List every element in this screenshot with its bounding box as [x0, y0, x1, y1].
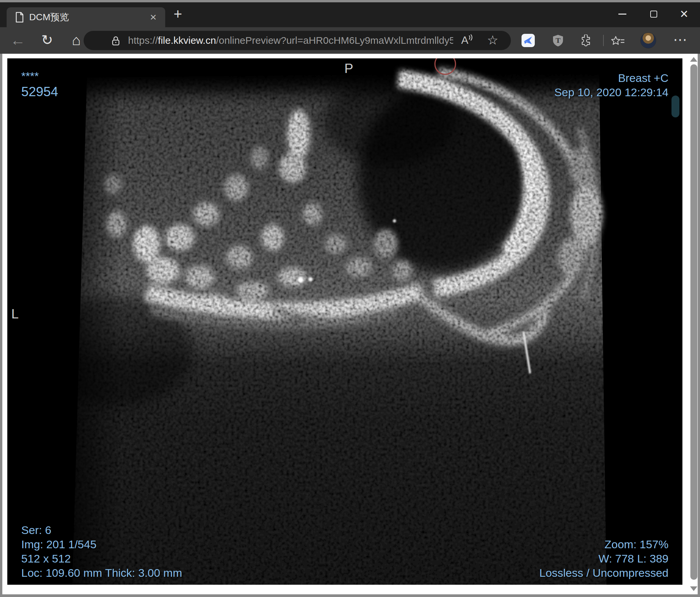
kkview-extension-icon[interactable]	[522, 34, 535, 47]
slice-location: Loc: 109.60 mm Thick: 3.00 mm	[21, 566, 182, 580]
address-bar[interactable]: https://file.kkview.cn/onlinePreview?url…	[83, 31, 511, 50]
url-host: file.kkview.cn	[158, 35, 216, 46]
browser-toolbar: ← ↻ ⌂ https://file.kkview.cn/onlinePrevi…	[0, 27, 700, 54]
patient-id: 52954	[21, 83, 58, 100]
back-button[interactable]: ←	[8, 27, 28, 54]
image-number: Img: 201 1/545	[21, 537, 182, 551]
titlebar: DCM预览 × + ×	[0, 2, 700, 27]
refresh-button[interactable]: ↻	[37, 27, 57, 54]
overlay-display-info: Zoom: 157% W: 778 L: 389 Lossless / Unco…	[540, 537, 669, 580]
zoom-level: Zoom: 157%	[540, 537, 669, 551]
minimize-icon	[618, 14, 626, 15]
shield-letter: T	[556, 36, 561, 45]
collections-icon[interactable]	[610, 34, 625, 47]
series-number: Ser: 6	[21, 523, 182, 537]
window-maximize-button[interactable]	[643, 2, 664, 26]
url-text[interactable]: https://file.kkview.cn/onlinePreview?url…	[128, 31, 453, 50]
profile-avatar[interactable]	[640, 32, 656, 48]
viewer-scroll-pill[interactable]	[672, 96, 679, 118]
url-path: /onlinePreview?url=aHR0cHM6Ly9maWxlLmtrd…	[216, 35, 453, 46]
document-icon	[15, 12, 24, 23]
browser-tab[interactable]: DCM预览 ×	[7, 7, 165, 27]
overlay-study-info: Breast +C Sep 10, 2020 12:29:14	[554, 71, 669, 100]
favorite-star-icon[interactable]: ☆	[484, 31, 501, 50]
study-datetime: Sep 10, 2020 12:29:14	[554, 85, 669, 100]
orientation-marker-left: L	[11, 307, 19, 321]
lock-icon[interactable]	[111, 36, 120, 46]
scrollbar-up-arrow-icon[interactable]	[690, 57, 697, 62]
tab-close-icon[interactable]: ×	[147, 7, 160, 27]
read-aloud-letter: A	[461, 34, 468, 46]
study-description: Breast +C	[554, 71, 669, 85]
overlay-series-info: Ser: 6 Img: 201 1/545 512 x 512 Loc: 109…	[21, 523, 182, 580]
compression-info: Lossless / Uncompressed	[540, 566, 669, 580]
scrollbar-down-arrow-icon[interactable]	[690, 587, 697, 591]
scrollbar-thumb[interactable]	[691, 64, 697, 580]
extensions-puzzle-icon[interactable]	[580, 34, 592, 47]
url-scheme: https://	[128, 35, 158, 46]
tampermonkey-shield-icon[interactable]: T	[551, 34, 565, 47]
new-tab-button[interactable]: +	[170, 5, 186, 24]
maximize-icon	[650, 10, 657, 18]
overlay-patient-info: **** 52954	[21, 69, 58, 100]
patient-name: ****	[21, 69, 58, 83]
window-close-button[interactable]: ×	[673, 2, 695, 26]
image-matrix: 512 x 512	[21, 551, 182, 566]
orientation-marker-posterior: P	[344, 61, 353, 76]
tab-title: DCM预览	[29, 7, 139, 27]
window-level: W: 778 L: 389	[540, 551, 669, 566]
settings-more-icon[interactable]: ⋯	[670, 27, 691, 54]
mri-scan-image	[7, 58, 682, 585]
dicom-viewer-canvas[interactable]: **** 52954 Breast +C Sep 10, 2020 12:29:…	[7, 58, 682, 585]
toolbar-divider	[603, 35, 604, 46]
window-minimize-button[interactable]	[612, 2, 633, 26]
read-aloud-icon[interactable]: A	[458, 31, 476, 50]
home-button[interactable]: ⌂	[66, 27, 86, 54]
